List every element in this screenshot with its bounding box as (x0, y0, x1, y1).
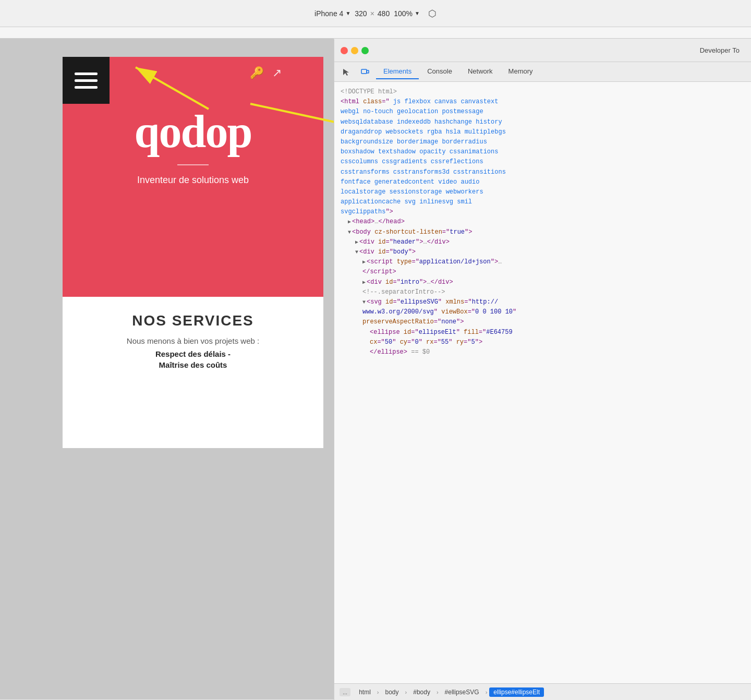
code-html-class-9: localstorage sessionstorage webworkers (341, 187, 745, 197)
code-html-class-8: fontface generatedcontent video audio (341, 177, 745, 187)
breadcrumb-sep-1: › (377, 689, 379, 695)
key-icon[interactable]: 🔑 (250, 66, 264, 80)
breadcrumb-bar: ... html › body › #body › #ellipseSVG › … (334, 683, 751, 700)
share-icon[interactable]: ↗ (272, 66, 282, 80)
mobile-preview: 🔑 ↗ qodop Inventeur de solutions web NOS… (0, 39, 334, 699)
zoom-value: 100% (394, 9, 413, 18)
website-content: 🔑 ↗ qodop Inventeur de solutions web NOS… (63, 57, 323, 448)
breadcrumb-body[interactable]: body (381, 687, 403, 697)
code-head[interactable]: ▶<head>…</head> (341, 217, 745, 227)
code-area[interactable]: <!DOCTYPE html> <html class=" js flexbox… (334, 82, 751, 683)
code-html-class-2: websqldatabase indexeddb hashchange hist… (341, 117, 745, 127)
minimize-button[interactable] (351, 47, 358, 54)
rotate-icon[interactable]: ⬡ (428, 8, 437, 19)
height-value[interactable]: 480 (378, 9, 390, 18)
maximize-button[interactable] (361, 47, 369, 54)
ruler (0, 27, 751, 39)
cursor-tool-icon[interactable] (338, 64, 354, 80)
code-svg-xmlns: www.w3.org/2000/svg" viewBox="0 0 100 10… (341, 307, 745, 317)
hamburger-menu[interactable] (63, 57, 110, 104)
devtools-titlebar: Developer To (334, 39, 751, 62)
code-svg-aspect: preserveAspectRatio="none"> (341, 317, 745, 327)
width-value[interactable]: 320 (355, 9, 367, 18)
code-html-class-3: draganddrop websockets rgba hsla multipl… (341, 127, 745, 137)
code-html-class-6: csscolumns cssgradients cssreflections (341, 157, 745, 167)
hamburger-line-3 (75, 86, 98, 89)
dimension-display: 320 × 480 (355, 9, 390, 18)
traffic-lights (341, 47, 369, 54)
breadcrumb-ellipsis[interactable]: ... (340, 688, 350, 696)
breadcrumb-html[interactable]: html (355, 687, 375, 697)
services-subtitle: Nous menons à bien vos projets web : (73, 336, 313, 345)
tagline: Inventeur de solutions web (137, 175, 249, 186)
hamburger-line-1 (75, 73, 98, 75)
hamburger-line-2 (75, 79, 98, 82)
tab-elements[interactable]: Elements (376, 64, 419, 79)
services-title: NOS SERVICES (73, 312, 313, 329)
devtools-title: Developer To (377, 46, 745, 54)
zoom-dropdown-arrow[interactable]: ▼ (415, 10, 420, 16)
device-toolbar: iPhone 4 ▼ 320 × 480 100% ▼ ⬡ (0, 0, 751, 27)
tab-network[interactable]: Network (461, 64, 500, 79)
code-header-div[interactable]: ▶<div id="header">…</div> (341, 237, 745, 247)
zoom-selector[interactable]: 100% ▼ (394, 9, 420, 18)
svg-marker-3 (343, 69, 349, 76)
device-dropdown-arrow[interactable]: ▼ (345, 10, 350, 16)
breadcrumb-sep-2: › (405, 689, 407, 695)
close-button[interactable] (341, 47, 348, 54)
code-html-class-4: backgroundsize borderimage borderradius (341, 137, 745, 147)
code-intro-div[interactable]: ▶<div id="intro">…</div> (341, 277, 745, 287)
responsive-tool-icon[interactable] (357, 64, 373, 80)
logo: qodop (135, 109, 252, 155)
code-doctype: <!DOCTYPE html> (341, 87, 745, 97)
code-script[interactable]: ▶<script type="application/ld+json">… (341, 257, 745, 267)
code-html-open: <html class=" js flexbox canvas canvaste… (341, 97, 745, 107)
breadcrumb-ellipsesvg[interactable]: #ellipseSVG (441, 687, 483, 697)
main-area: 🔑 ↗ qodop Inventeur de solutions web NOS… (0, 39, 751, 699)
tab-console[interactable]: Console (420, 64, 459, 79)
device-name: iPhone 4 (314, 9, 343, 18)
breadcrumb-ellipseelt[interactable]: ellipse#ellipseElt (489, 687, 544, 697)
breadcrumb-body-id[interactable]: #body (409, 687, 434, 697)
code-ellipse-attrs: cx="50" cy="0" rx="55" ry="5"> (341, 337, 745, 347)
code-html-class-7: csstransforms csstransforms3d csstransit… (341, 167, 745, 177)
device-selector[interactable]: iPhone 4 ▼ (314, 9, 350, 18)
services-section: NOS SERVICES Nous menons à bien vos proj… (63, 297, 323, 385)
code-html-class-1: webgl no-touch geolocation postmessage (341, 107, 745, 117)
code-html-class-10: applicationcache svg inlinesvg smil (341, 197, 745, 207)
code-ellipse[interactable]: <ellipse id="ellipseElt" fill="#E64759 (341, 328, 745, 337)
code-script-close: </script> (341, 267, 745, 277)
svg-rect-4 (361, 69, 367, 74)
code-body-div[interactable]: ▼<div id="body"> (341, 247, 745, 257)
devtools-panel: Developer To Elements Console Network Me… (334, 39, 751, 700)
code-html-class-5: boxshadow textshadow opacity cssanimatio… (341, 147, 745, 157)
code-ellipse-close: </ellipse> == $0 (341, 347, 745, 357)
overlay-icons: 🔑 ↗ (250, 66, 282, 80)
tab-memory[interactable]: Memory (501, 64, 540, 79)
breadcrumb-sep-4: › (486, 689, 488, 695)
devtools-tabs: Elements Console Network Memory (334, 62, 751, 82)
hero-divider (177, 164, 209, 165)
breadcrumb-sep-3: › (437, 689, 439, 695)
svg-rect-5 (367, 70, 369, 73)
code-comment: <!--.separatorIntro--> (341, 287, 745, 297)
code-body-open[interactable]: ▼<body cz-shortcut-listen="true"> (341, 227, 745, 237)
code-html-class-11: svgclippaths"> (341, 207, 745, 217)
hero-section: 🔑 ↗ qodop Inventeur de solutions web (63, 57, 323, 297)
services-item-1: Respect des délais - (73, 349, 313, 358)
services-item-2: Maîtrise des coûts (73, 360, 313, 369)
code-svg-open[interactable]: ▼<svg id="ellipseSVG" xmlns="http:// (341, 297, 745, 307)
dimension-x: × (370, 9, 374, 18)
